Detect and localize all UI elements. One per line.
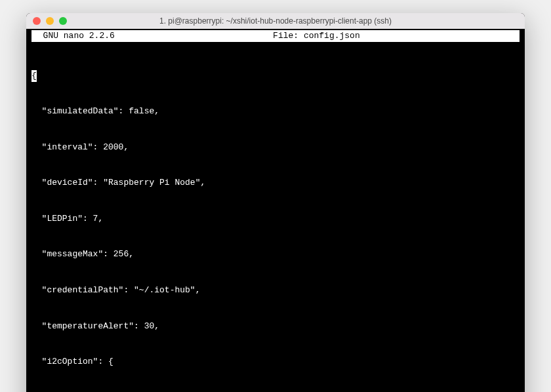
editor-line: "LEDPin": 7, <box>31 213 520 225</box>
nano-file-label: File: config.json <box>115 30 518 42</box>
maximize-icon[interactable] <box>59 17 67 25</box>
window-title: 1. pi@raspberrypi: ~/xshi/iot-hub-node-r… <box>26 16 525 26</box>
editor-line: "temperatureAlert": 30, <box>31 321 520 332</box>
nano-version: GNU nano 2.2.6 <box>33 30 115 42</box>
editor-content[interactable]: { "simulatedData": false, "interval": 20… <box>31 42 520 392</box>
minimize-icon[interactable] <box>46 17 54 25</box>
editor-line: "i2cOption": { <box>31 356 520 368</box>
editor-line: "interval": 2000, <box>31 142 520 153</box>
editor-line: "deviceId": "Raspberry Pi Node", <box>31 177 520 189</box>
terminal-body[interactable]: GNU nano 2.2.6 File: config.json { "simu… <box>26 29 525 392</box>
editor-line: "simulatedData": false, <box>31 106 520 117</box>
titlebar[interactable]: 1. pi@raspberrypi: ~/xshi/iot-hub-node-r… <box>26 13 525 29</box>
editor-line: "credentialPath": "~/.iot-hub", <box>31 284 520 296</box>
editor-line: { <box>31 70 520 82</box>
cursor-icon: { <box>31 70 37 82</box>
close-icon[interactable] <box>33 17 41 25</box>
nano-header: GNU nano 2.2.6 File: config.json <box>31 30 520 42</box>
editor-line: "messageMax": 256, <box>31 248 520 260</box>
terminal-window: 1. pi@raspberrypi: ~/xshi/iot-hub-node-r… <box>26 13 525 392</box>
traffic-lights <box>33 17 67 25</box>
